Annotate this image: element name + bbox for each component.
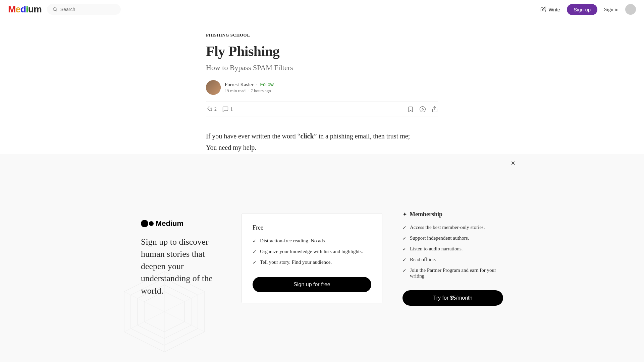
overlay-left: Medium Sign up to discover human stories… xyxy=(141,219,221,224)
action-bar: 2 1 xyxy=(206,102,438,117)
follow-button[interactable]: Follow xyxy=(260,82,273,87)
meta-dot: · xyxy=(248,88,249,94)
svg-point-0 xyxy=(53,8,56,11)
author-avatar-image xyxy=(206,80,221,95)
overlay-center: Free ✓ Distraction-free reading. No ads.… xyxy=(241,213,382,225)
author-info: Forrest Kasler · Follow 19 min read · 7 … xyxy=(225,81,274,94)
logo-letter-m: M xyxy=(8,4,15,15)
write-button[interactable]: Write xyxy=(540,6,560,12)
author-avatar[interactable] xyxy=(206,80,221,95)
free-card-title: Free xyxy=(253,224,371,225)
bold-click-1: click xyxy=(301,132,314,140)
author-name-dot: · xyxy=(256,81,257,87)
header-left: M e d i u m xyxy=(8,4,121,15)
action-right xyxy=(407,106,438,113)
overlay-inner: Medium Sign up to discover human stories… xyxy=(121,154,523,224)
listen-action[interactable] xyxy=(419,106,426,113)
write-icon xyxy=(540,6,546,12)
author-name-row: Forrest Kasler · Follow xyxy=(225,81,274,87)
read-time: 19 min read xyxy=(225,88,246,94)
avatar[interactable] xyxy=(625,4,636,15)
close-overlay-button[interactable]: × xyxy=(511,160,515,167)
medium-logo[interactable]: M e d i u m xyxy=(8,4,42,15)
overlay-logo-text: Medium xyxy=(156,219,183,224)
comment-icon xyxy=(222,106,229,113)
membership-card: ✦ Membership ✓ Access the best member-on… xyxy=(402,205,503,225)
write-label: Write xyxy=(548,7,560,12)
comment-count: 1 xyxy=(230,107,233,112)
logo-circle-small xyxy=(149,221,154,224)
clap-action[interactable]: 2 xyxy=(206,106,217,113)
save-action[interactable] xyxy=(407,106,414,113)
star-icon: ✦ xyxy=(402,211,407,218)
author-name[interactable]: Forrest Kasler xyxy=(225,82,253,87)
signup-overlay: Medium Sign up to discover human stories… xyxy=(0,154,644,224)
logo-letter-d: d xyxy=(20,4,26,15)
free-pricing-card: Free ✓ Distraction-free reading. No ads.… xyxy=(241,213,382,225)
overlay-logo: Medium xyxy=(141,219,221,224)
search-input[interactable] xyxy=(60,7,115,12)
svg-point-2 xyxy=(420,107,426,112)
signup-button[interactable]: Sign up xyxy=(567,4,597,15)
header: M e d i u m Write Sign up Sign in xyxy=(0,0,644,19)
author-meta: 19 min read · 7 hours ago xyxy=(225,88,274,94)
action-left: 2 1 xyxy=(206,106,233,113)
logo-letter-mm: m xyxy=(34,4,42,15)
membership-title: Membership xyxy=(410,211,442,218)
overlay-separator xyxy=(0,154,644,154)
share-icon xyxy=(431,106,438,113)
play-icon xyxy=(419,106,426,113)
article-tag: PHISHING SCHOOL xyxy=(206,33,438,38)
clap-count: 2 xyxy=(214,107,217,112)
logo-circle-big xyxy=(141,220,148,224)
clap-icon xyxy=(206,106,213,113)
logo-letter-u: u xyxy=(28,4,34,15)
signin-link[interactable]: Sign in xyxy=(604,7,619,12)
search-box[interactable] xyxy=(47,4,121,15)
search-icon xyxy=(52,7,58,12)
membership-header: ✦ Membership xyxy=(402,211,503,218)
author-row: Forrest Kasler · Follow 19 min read · 7 … xyxy=(206,80,438,95)
svg-marker-3 xyxy=(422,108,424,111)
logo-circles xyxy=(141,220,154,224)
svg-line-1 xyxy=(56,10,57,11)
comment-action[interactable]: 1 xyxy=(222,106,233,113)
header-right: Write Sign up Sign in xyxy=(540,4,636,15)
article-subtitle: How to Bypass SPAM Filters xyxy=(206,63,438,72)
body-paragraph-1: If you have ever written the word “click… xyxy=(206,130,438,153)
save-icon xyxy=(407,106,414,113)
overlay-right: ✦ Membership ✓ Access the best member-on… xyxy=(402,205,503,225)
published-time: 7 hours ago xyxy=(251,88,271,94)
article-title: Fly Phishing xyxy=(206,43,438,59)
logo-letter-i: i xyxy=(26,4,28,15)
logo-letter-e: e xyxy=(15,4,20,15)
share-action[interactable] xyxy=(431,106,438,113)
